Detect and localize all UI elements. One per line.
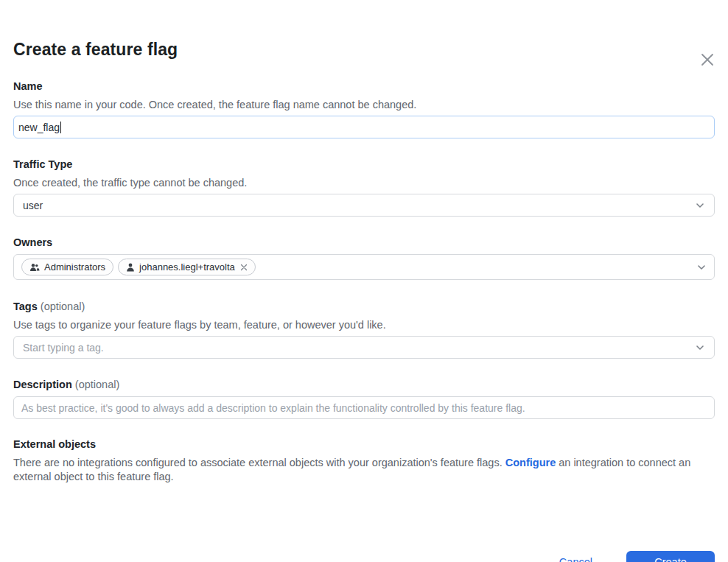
tags-placeholder: Start typing a tag. bbox=[23, 342, 104, 354]
owner-chip-label: Administrators bbox=[44, 261, 105, 273]
tags-help-text: Use tags to organize your feature flags … bbox=[13, 318, 715, 331]
external-objects-text: There are no integrations configured to … bbox=[13, 456, 715, 483]
external-objects-section: External objects There are no integratio… bbox=[13, 438, 715, 483]
owners-select[interactable]: Administrators johannes.liegl+travolta bbox=[13, 254, 715, 280]
chevron-down-icon bbox=[695, 200, 705, 211]
text-cursor bbox=[60, 122, 61, 133]
owner-chip-label: johannes.liegl+travolta bbox=[139, 261, 235, 273]
remove-owner-button[interactable] bbox=[240, 264, 248, 271]
create-button[interactable]: Create bbox=[626, 551, 715, 562]
owners-label: Owners bbox=[13, 236, 715, 249]
name-input-value: new_flag bbox=[18, 122, 60, 133]
cancel-button[interactable]: Cancel bbox=[559, 556, 592, 562]
name-section: Name Use this name in your code. Once cr… bbox=[13, 80, 715, 138]
close-icon bbox=[700, 52, 715, 67]
description-label: Description (optional) bbox=[13, 378, 715, 391]
description-optional-suffix: (optional) bbox=[75, 379, 119, 390]
traffic-type-label: Traffic Type bbox=[13, 158, 715, 171]
external-objects-label: External objects bbox=[13, 438, 715, 451]
traffic-type-select[interactable]: user bbox=[13, 194, 715, 217]
traffic-type-section: Traffic Type Once created, the traffic t… bbox=[13, 158, 715, 217]
tags-section: Tags (optional) Use tags to organize you… bbox=[13, 300, 715, 359]
owner-chip-user[interactable]: johannes.liegl+travolta bbox=[118, 259, 256, 275]
tags-label: Tags (optional) bbox=[13, 300, 715, 313]
traffic-type-help-text: Once created, the traffic type cannot be… bbox=[13, 176, 715, 189]
configure-link[interactable]: Configure bbox=[505, 457, 556, 468]
name-input[interactable]: new_flag bbox=[13, 116, 715, 138]
traffic-type-value: user bbox=[23, 200, 43, 211]
tags-optional-suffix: (optional) bbox=[41, 301, 85, 312]
description-section: Description (optional) bbox=[13, 378, 715, 419]
create-feature-flag-modal: Create a feature flag Name Use this name… bbox=[0, 38, 728, 562]
user-icon bbox=[126, 263, 135, 272]
page-title: Create a feature flag bbox=[13, 38, 715, 60]
description-input[interactable] bbox=[13, 396, 715, 419]
chevron-down-icon bbox=[696, 262, 707, 273]
owner-chip-administrators[interactable]: Administrators bbox=[21, 259, 113, 275]
group-icon bbox=[29, 263, 40, 272]
owners-section: Owners Administrators johannes.liegl+tra… bbox=[13, 236, 715, 280]
tags-select[interactable]: Start typing a tag. bbox=[13, 336, 715, 359]
close-button[interactable] bbox=[698, 50, 717, 69]
remove-icon bbox=[240, 264, 248, 271]
chevron-down-icon bbox=[695, 343, 705, 353]
modal-footer: Cancel Create bbox=[559, 551, 715, 562]
name-label: Name bbox=[13, 80, 715, 93]
name-help-text: Use this name in your code. Once created… bbox=[13, 98, 715, 111]
external-objects-text-before: There are no integrations configured to … bbox=[13, 457, 505, 468]
